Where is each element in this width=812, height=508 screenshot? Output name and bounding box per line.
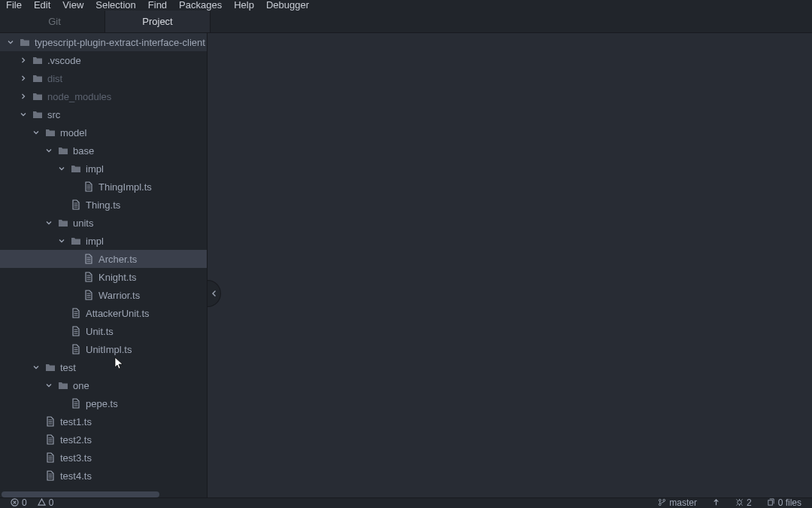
svg-point-5 [659, 503, 662, 506]
chevron-down-icon[interactable] [32, 128, 41, 137]
menu-help[interactable]: Help [234, 0, 254, 11]
tree-item-label: Unit.ts [86, 326, 114, 337]
folder-icon [32, 73, 43, 84]
tree-folder[interactable]: units [0, 214, 207, 232]
tree-file[interactable]: AttackerUnit.ts [0, 304, 207, 322]
folder-icon [71, 236, 81, 246]
menu-selection[interactable]: Selection [95, 0, 135, 11]
tab-project-label: Project [142, 16, 172, 27]
chevron-down-icon[interactable] [32, 363, 41, 372]
tree-folder[interactable]: impl [0, 232, 207, 250]
files-icon [767, 498, 775, 506]
status-warnings[interactable]: 0 [38, 498, 54, 506]
chevron-down-icon[interactable] [44, 146, 53, 155]
tree-file[interactable]: Thing.ts [0, 196, 207, 214]
tree-item-label: base [73, 145, 94, 157]
menubar: FileEditViewSelectionFindPackagesHelpDeb… [0, 0, 812, 11]
status-push[interactable] [712, 498, 720, 506]
tree-item-label: one [73, 380, 89, 391]
folder-icon [45, 127, 56, 138]
menu-packages[interactable]: Packages [179, 0, 222, 11]
tree-folder[interactable]: typescript-plugin-extract-interface-clie… [0, 33, 207, 51]
file-icon [71, 326, 81, 336]
status-linter[interactable]: 2 [735, 498, 752, 506]
tree-item-label: typescript-plugin-extract-interface-clie… [35, 37, 205, 48]
chevron-right-icon[interactable] [19, 74, 28, 83]
file-icon [45, 470, 56, 481]
tree-folder[interactable]: base [0, 141, 207, 160]
file-icon [71, 344, 81, 354]
folder-icon [71, 163, 81, 174]
tree-item-label: node_modules [47, 91, 111, 102]
warning-icon [38, 498, 46, 506]
file-icon [83, 272, 94, 282]
folder-icon [45, 362, 56, 373]
tree-file[interactable]: test3.ts [0, 449, 207, 467]
tab-project[interactable]: Project [105, 11, 211, 32]
tab-git[interactable]: Git [0, 11, 105, 32]
chevron-down-icon[interactable] [19, 110, 28, 119]
file-icon [83, 254, 94, 264]
svg-point-6 [663, 499, 665, 501]
sidebar-horizontal-scrollbar[interactable] [2, 491, 159, 497]
chevron-down-icon[interactable] [57, 164, 66, 173]
folder-icon [20, 37, 30, 47]
main-area: typescript-plugin-extract-interface-clie… [0, 33, 812, 497]
tree-file[interactable]: ThingImpl.ts [0, 178, 207, 196]
tree-file[interactable]: test4.ts [0, 467, 207, 485]
tree-item-label: Knight.ts [98, 272, 137, 283]
chevron-right-icon[interactable] [19, 56, 28, 65]
tree-folder[interactable]: impl [0, 160, 207, 178]
menu-file[interactable]: File [6, 0, 22, 11]
tree-folder[interactable]: one [0, 376, 207, 394]
tree-file[interactable]: UnitImpl.ts [0, 340, 207, 358]
tree-folder[interactable]: model [0, 123, 207, 141]
tree-item-label: impl [86, 236, 104, 247]
tree-folder[interactable]: .vscode [0, 51, 207, 69]
menu-find[interactable]: Find [148, 0, 167, 11]
tree-file[interactable]: test1.ts [0, 412, 207, 430]
menu-view[interactable]: View [62, 0, 83, 11]
folder-icon [32, 55, 43, 65]
folder-icon [58, 380, 68, 391]
chevron-down-icon[interactable] [44, 218, 53, 227]
file-icon [45, 416, 56, 427]
file-icon [45, 452, 56, 463]
chevron-down-icon[interactable] [44, 381, 53, 390]
status-branch[interactable]: master [658, 498, 697, 506]
svg-rect-8 [768, 500, 772, 505]
chevron-down-icon[interactable] [57, 236, 66, 245]
status-files[interactable]: 0 files [767, 498, 801, 506]
tree-file[interactable]: Archer.ts [0, 250, 207, 268]
tab-git-label: Git [48, 16, 61, 27]
file-icon [83, 181, 94, 192]
tree-item-label: .vscode [47, 55, 81, 66]
tree-file[interactable]: Knight.ts [0, 268, 207, 286]
tree-file[interactable]: test2.ts [0, 430, 207, 449]
folder-icon [32, 91, 43, 102]
status-errors[interactable]: 0 [11, 498, 27, 506]
tree-folder[interactable]: src [0, 105, 207, 123]
chevron-left-icon [211, 291, 217, 297]
tree-folder[interactable]: test [0, 358, 207, 376]
bug-icon [735, 498, 744, 506]
editor-pane[interactable] [208, 33, 812, 497]
tree-folder[interactable]: dist [0, 69, 207, 87]
folder-icon [58, 217, 68, 228]
folder-icon [58, 145, 68, 156]
svg-point-4 [659, 499, 662, 501]
file-tree-sidebar[interactable]: typescript-plugin-extract-interface-clie… [0, 33, 208, 497]
tree-file[interactable]: Warrior.ts [0, 286, 207, 304]
tree-item-label: Archer.ts [98, 254, 137, 265]
file-icon [71, 199, 81, 210]
tree-item-label: ThingImpl.ts [98, 181, 152, 193]
tree-file[interactable]: Unit.ts [0, 322, 207, 340]
file-icon [71, 308, 81, 318]
chevron-right-icon[interactable] [19, 92, 28, 101]
chevron-down-icon[interactable] [6, 38, 15, 47]
tree-file[interactable]: pepe.ts [0, 394, 207, 412]
tree-item-label: AttackerUnit.ts [86, 308, 150, 319]
menu-edit[interactable]: Edit [34, 0, 50, 11]
tree-folder[interactable]: node_modules [0, 87, 207, 105]
menu-debugger[interactable]: Debugger [266, 0, 309, 11]
